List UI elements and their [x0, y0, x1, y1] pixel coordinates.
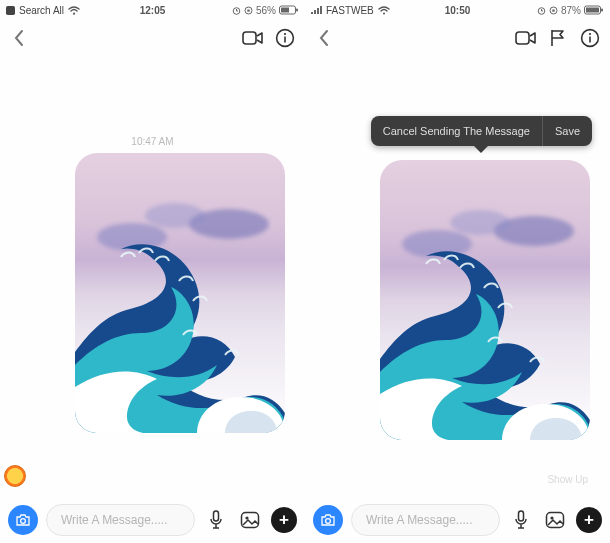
svg-point-10: [284, 33, 286, 35]
wave-artwork-icon: [380, 244, 590, 440]
sent-image-message[interactable]: [75, 153, 285, 433]
status-text: Show Up: [547, 474, 588, 485]
svg-rect-21: [586, 8, 599, 13]
camera-button[interactable]: [313, 505, 343, 535]
svg-point-12: [21, 519, 26, 524]
chat-area[interactable]: Cancel Sending The Message Save: [305, 56, 610, 497]
svg-rect-28: [519, 511, 524, 521]
voice-button[interactable]: [203, 507, 229, 533]
wifi-icon: [378, 6, 390, 15]
flag-button[interactable]: [546, 26, 570, 50]
status-bar: FASTWEB 10:50 87%: [305, 0, 610, 20]
svg-rect-7: [296, 9, 298, 12]
svg-rect-0: [6, 6, 15, 15]
svg-rect-4: [247, 9, 249, 11]
more-button[interactable]: +: [271, 507, 297, 533]
camera-button[interactable]: [8, 505, 38, 535]
save-option[interactable]: Save: [543, 116, 592, 146]
svg-point-16: [383, 12, 385, 14]
carrier-label: FASTWEB: [326, 5, 374, 16]
wifi-icon: [68, 6, 80, 15]
alarm-icon: [232, 6, 241, 15]
svg-point-1: [73, 12, 75, 14]
svg-point-25: [589, 33, 591, 35]
battery-icon: [584, 5, 604, 15]
carrier-label: Search All: [19, 5, 64, 16]
message-input[interactable]: Write A Message.....: [351, 504, 500, 536]
svg-point-27: [326, 519, 331, 524]
status-bar: Search All 12:05 56%: [0, 0, 305, 20]
video-call-button[interactable]: [514, 26, 538, 50]
context-menu: Cancel Sending The Message Save: [371, 116, 592, 146]
orientation-lock-icon: [549, 6, 558, 15]
video-call-button[interactable]: [241, 26, 265, 50]
battery-percent: 56%: [256, 5, 276, 16]
chat-area[interactable]: 10:47 AM: [0, 56, 305, 497]
svg-rect-14: [242, 513, 259, 528]
info-button[interactable]: [273, 26, 297, 50]
sent-image-message[interactable]: [380, 160, 590, 440]
more-button[interactable]: +: [576, 507, 602, 533]
nav-bar: [305, 20, 610, 56]
clock: 10:50: [405, 5, 510, 16]
app-indicator-icon: [6, 6, 15, 15]
svg-rect-6: [281, 8, 289, 13]
composer: Write A Message..... +: [0, 497, 305, 543]
alarm-icon: [537, 6, 546, 15]
info-button[interactable]: [578, 26, 602, 50]
nav-bar: [0, 20, 305, 56]
svg-rect-8: [243, 32, 256, 44]
record-indicator-icon[interactable]: [4, 465, 26, 487]
wave-artwork-icon: [75, 237, 285, 433]
svg-rect-11: [284, 37, 286, 43]
svg-rect-26: [589, 37, 591, 43]
svg-rect-22: [601, 9, 603, 12]
battery-icon: [279, 5, 299, 15]
svg-rect-13: [214, 511, 219, 521]
svg-rect-23: [516, 32, 529, 44]
svg-rect-19: [552, 9, 554, 11]
left-pane: Search All 12:05 56% 10:47 AM: [0, 0, 305, 543]
message-input[interactable]: Write A Message.....: [46, 504, 195, 536]
back-button[interactable]: [8, 27, 30, 49]
gallery-button[interactable]: [542, 507, 568, 533]
cancel-send-option[interactable]: Cancel Sending The Message: [371, 116, 542, 146]
battery-percent: 87%: [561, 5, 581, 16]
gallery-button[interactable]: [237, 507, 263, 533]
composer: Write A Message..... +: [305, 497, 610, 543]
cellular-signal-icon: [311, 6, 322, 14]
voice-button[interactable]: [508, 507, 534, 533]
message-timestamp: 10:47 AM: [0, 136, 305, 147]
right-pane: FASTWEB 10:50 87% Cancel Sending The Mes…: [305, 0, 610, 543]
clock: 12:05: [100, 5, 205, 16]
svg-rect-29: [547, 513, 564, 528]
orientation-lock-icon: [244, 6, 253, 15]
back-button[interactable]: [313, 27, 335, 49]
